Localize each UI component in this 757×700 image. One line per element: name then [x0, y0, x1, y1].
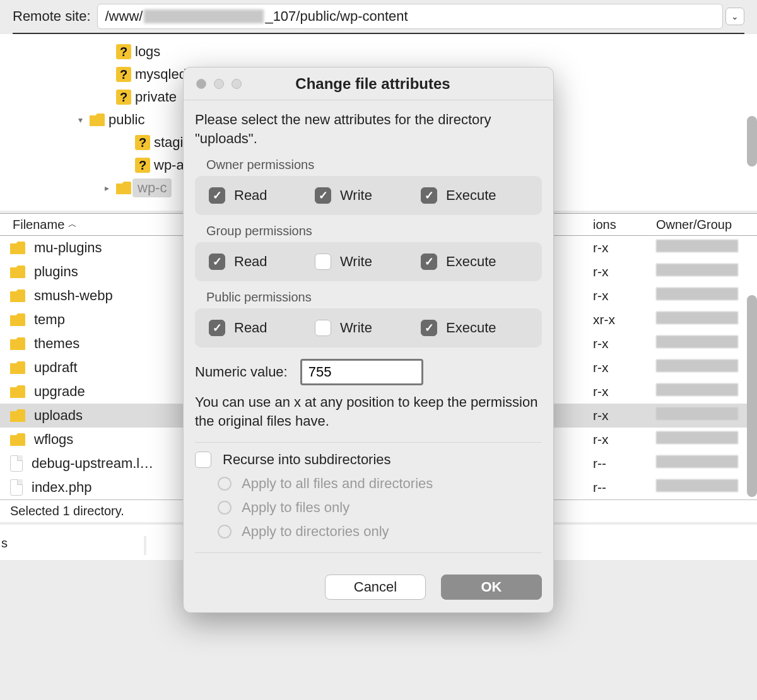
folder-icon	[10, 361, 25, 374]
bottom-panel-text: s	[0, 536, 8, 550]
owner-cell	[656, 288, 757, 304]
permissions-cell: r-x	[593, 360, 656, 375]
tree-item-label: stagi	[154, 134, 183, 151]
numeric-value-input[interactable]	[300, 359, 423, 385]
owner-cell	[656, 240, 757, 256]
file-icon	[10, 479, 23, 496]
numeric-value-label: Numeric value:	[195, 364, 288, 380]
owner-cell	[656, 479, 757, 496]
folder-icon	[10, 242, 25, 254]
recurse-apply-files-label: Apply to files only	[242, 499, 349, 516]
folder-icon	[116, 182, 131, 194]
group-execute-checkbox[interactable]: ✓	[421, 254, 437, 270]
recurse-label: Recurse into subdirectories	[223, 452, 391, 468]
folder-icon	[10, 313, 25, 326]
owner-write-label: Write	[340, 187, 372, 204]
tree-item[interactable]: ?logs	[0, 40, 757, 63]
tree-item-label: mysqled	[135, 66, 187, 83]
group-permissions-label: Group permissions	[195, 219, 542, 242]
change-attributes-dialog: Change file attributes Please select the…	[183, 67, 554, 613]
folder-icon	[10, 433, 25, 446]
cancel-button[interactable]: Cancel	[325, 575, 426, 600]
public-permissions-group: ✓ReadWrite✓Execute	[195, 308, 542, 347]
public-write-label: Write	[340, 320, 372, 336]
expander-icon[interactable]: ▾	[74, 115, 86, 125]
numeric-hint: You can use an x at any position to keep…	[195, 393, 542, 430]
folder-icon	[10, 385, 25, 398]
group-execute-label: Execute	[446, 254, 496, 270]
owner-execute-checkbox[interactable]: ✓	[421, 187, 437, 204]
permissions-cell: r-x	[593, 240, 656, 255]
tree-item-label: wp-a	[154, 157, 184, 173]
remote-site-label: Remote site:	[13, 8, 91, 25]
remote-path-field[interactable]: /www/ _107/public/wp-content	[97, 4, 724, 29]
permissions-cell: r-x	[593, 264, 656, 279]
recurse-checkbox[interactable]	[195, 452, 211, 468]
owner-cell	[656, 312, 757, 328]
unknown-folder-icon: ?	[116, 90, 131, 105]
chevron-down-icon: ⌄	[731, 11, 739, 21]
group-write-checkbox[interactable]	[315, 254, 331, 270]
public-execute-checkbox[interactable]: ✓	[421, 320, 437, 336]
group-read-label: Read	[234, 254, 267, 270]
public-read-label: Read	[234, 320, 267, 336]
recurse-apply-all-radio	[218, 477, 232, 491]
owner-execute-label: Execute	[446, 187, 496, 204]
group-write-label: Write	[340, 254, 372, 270]
owner-cell	[656, 407, 757, 424]
owner-write-checkbox[interactable]: ✓	[315, 187, 331, 204]
permissions-cell: r-x	[593, 288, 656, 303]
owner-cell	[656, 264, 757, 280]
dialog-title: Change file attributes	[205, 75, 541, 93]
owner-cell	[656, 431, 757, 448]
group-read-checkbox[interactable]: ✓	[209, 254, 225, 270]
public-permissions-label: Public permissions	[195, 285, 542, 308]
folder-icon	[10, 409, 25, 422]
owner-cell	[656, 359, 757, 376]
owner-cell	[656, 383, 757, 400]
unknown-folder-icon: ?	[135, 158, 150, 173]
unknown-folder-icon: ?	[135, 135, 150, 150]
permissions-cell: r-x	[593, 384, 656, 399]
public-read-checkbox[interactable]: ✓	[209, 320, 225, 336]
tree-scrollbar[interactable]	[747, 116, 757, 166]
public-execute-label: Execute	[446, 320, 496, 336]
permissions-cell: r--	[593, 456, 656, 471]
tree-item-label: public	[109, 112, 144, 128]
owner-read-checkbox[interactable]: ✓	[209, 187, 225, 204]
folder-icon	[10, 337, 25, 350]
owner-cell	[656, 455, 757, 472]
owner-permissions-label: Owner permissions	[195, 153, 542, 176]
recurse-apply-dirs-label: Apply to directories only	[242, 523, 389, 540]
owner-cell	[656, 335, 757, 352]
permissions-cell: r--	[593, 480, 656, 495]
sort-ascending-icon: ︿	[68, 219, 77, 230]
expander-icon[interactable]: ▸	[101, 183, 112, 193]
recurse-apply-files-radio	[218, 501, 232, 515]
redacted-path-segment	[144, 9, 264, 23]
folder-icon	[10, 265, 25, 278]
permissions-cell: xr-x	[593, 312, 656, 327]
column-permissions[interactable]: ions	[593, 218, 656, 232]
owner-read-label: Read	[234, 187, 267, 204]
recurse-apply-dirs-radio	[218, 525, 232, 539]
folder-icon	[90, 114, 105, 126]
unknown-folder-icon: ?	[116, 44, 131, 59]
path-dropdown-button[interactable]: ⌄	[725, 8, 744, 25]
unknown-folder-icon: ?	[116, 67, 131, 82]
permissions-cell: r-x	[593, 336, 656, 351]
group-permissions-group: ✓ReadWrite✓Execute	[195, 242, 542, 281]
table-scrollbar[interactable]	[747, 295, 757, 497]
bottom-splitter[interactable]	[144, 536, 146, 555]
ok-button[interactable]: OK	[441, 575, 542, 600]
tree-item-label: wp-c	[132, 178, 172, 197]
file-icon	[10, 455, 23, 472]
permissions-cell: r-x	[593, 408, 656, 423]
dialog-prompt: Please select the new attributes for the…	[195, 110, 542, 148]
tree-item-label: private	[135, 89, 177, 105]
owner-permissions-group: ✓Read✓Write✓Execute	[195, 176, 542, 215]
permissions-cell: r-x	[593, 432, 656, 447]
public-write-checkbox[interactable]	[315, 320, 331, 336]
column-filename[interactable]: Filename	[13, 218, 64, 232]
column-owner[interactable]: Owner/Group	[656, 218, 757, 232]
